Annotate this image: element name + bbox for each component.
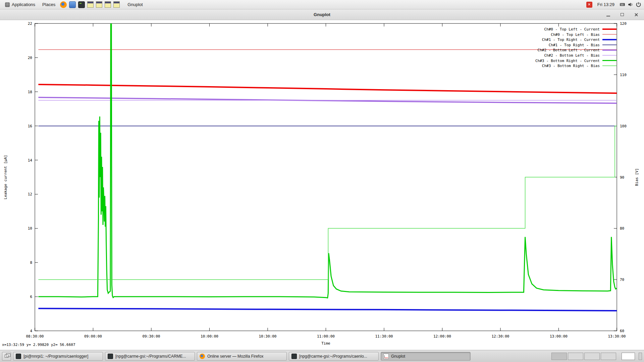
svg-text:11:00:00: 11:00:00 [317,334,335,339]
svg-text:4: 4 [30,329,32,333]
minimize-button[interactable] [604,11,612,18]
gnuplot-icon [383,354,389,359]
svg-text:18: 18 [28,90,32,94]
svg-text:16: 16 [28,124,32,128]
firefox-icon[interactable] [60,1,67,8]
workspace-4[interactable] [601,353,616,360]
svg-text:08:30:00: 08:30:00 [26,334,44,339]
close-button[interactable] [633,11,640,18]
y2-axis-title: Bias [V] [635,168,639,186]
svg-text:09:30:00: 09:30:00 [143,334,160,339]
close-icon [634,13,638,17]
workspace-3[interactable] [584,353,600,360]
clock[interactable]: Fri 13:29 [595,2,617,7]
y-axis-title: Leakage current [µA] [3,155,8,199]
svg-text:14: 14 [28,158,33,163]
legend-entry-label: Ch#0 - Top Left - Current [544,27,600,32]
firefox-icon [200,354,205,359]
svg-text:60: 60 [620,329,624,333]
taskbar-button-terminal-2[interactable]: [npg@carme-gsi:~/Programs/CARME... [105,352,195,361]
svg-text:110: 110 [620,73,627,77]
legend-entry-label: Ch#3 - Bottom Right - Bias [542,64,600,68]
svg-text:80: 80 [620,226,624,231]
places-menu-label: Places [42,2,55,7]
series-ch1-current [38,308,617,311]
maximize-button[interactable] [619,11,626,18]
x-axis-title: Time [321,341,330,346]
series-ch3-bias [38,126,617,280]
minimize-icon [606,16,610,16]
svg-text:120: 120 [620,21,627,26]
workspace-switcher [551,353,616,360]
plot-series [38,20,617,311]
plot-legend: Ch#0 - Top Left - CurrentCh#0 - Top Left… [535,27,616,68]
taskbar: [pi@nnrpi1: ~/Programs/caenlogger] [npg@… [0,350,644,362]
svg-text:12:30:00: 12:30:00 [492,334,509,339]
xterm-icon[interactable] [113,1,120,8]
taskbar-button-label: [npg@carme-gsi:~/Programs/CARME... [115,354,186,359]
xterm-icon[interactable] [96,1,102,8]
files-icon[interactable] [69,1,76,8]
svg-text:10: 10 [28,226,32,231]
restore-windows-button[interactable] [2,352,11,361]
svg-text:70: 70 [620,278,624,282]
desktop: Applications Places Gnuplot ✕ Fri 13:29 [0,0,644,362]
svg-text:09:00:00: 09:00:00 [84,334,102,339]
applications-menu-label: Applications [12,2,35,7]
mouse-position-readout: x=13:32:59 y= 2.99820 y2= 56.6607 [2,343,75,347]
legend-entry-label: Ch#2 - Bottom Left - Current [538,48,600,52]
show-desktop-button[interactable] [622,353,635,360]
keyboard-indicator-icon[interactable] [620,2,625,7]
windows-icon [5,355,8,358]
series-ch0-current [38,84,617,93]
terminal-icon[interactable] [78,1,85,8]
gnuplot-window-titlebar[interactable]: Gnuplot [0,9,644,20]
taskbar-button-label: Gnuplot [391,354,405,359]
series-ch3-current [38,20,617,298]
xterm-icon[interactable] [105,1,111,8]
notification-icon[interactable]: ✕ [586,2,592,8]
svg-text:13:30:00: 13:30:00 [608,334,626,339]
workspace-2[interactable] [568,353,583,360]
svg-text:10:00:00: 10:00:00 [201,334,218,339]
taskbar-button-terminal-3[interactable]: [npg@carme-gsi:~/Programs/caenlo... [289,352,379,361]
svg-text:100: 100 [620,124,627,128]
volume-icon[interactable] [628,2,633,7]
taskbar-button-label: Online server — Mozilla Firefox [207,354,263,359]
applications-icon [5,2,10,7]
terminal-icon [16,354,21,359]
tray-sliver [639,353,642,360]
svg-text:13:00:00: 13:00:00 [550,334,568,339]
taskbar-button-label: [pi@nnrpi1: ~/Programs/caenlogger] [23,354,88,359]
legend-entry-label: Ch#0 - Top Left - Bias [551,33,600,37]
svg-text:6: 6 [30,295,32,299]
applications-menu[interactable]: Applications [3,0,38,9]
taskbar-button-firefox[interactable]: Online server — Mozilla Firefox [197,352,287,361]
active-app-label[interactable]: Gnuplot [127,2,143,7]
taskbar-button-label: [npg@carme-gsi:~/Programs/caenlo... [299,354,367,359]
svg-text:20: 20 [28,56,32,60]
legend-entry-label: Ch#1 - Top Right - Current [542,38,600,42]
gnuplot-chart[interactable]: 08:30:0009:00:0009:30:0010:00:0010:30:00… [0,20,644,350]
legend-entry-label: Ch#2 - Bottom Left - Bias [544,53,600,58]
svg-text:11:30:00: 11:30:00 [375,334,393,339]
terminal-icon [291,354,297,359]
svg-text:12:00:00: 12:00:00 [433,334,451,339]
maximize-icon [621,13,624,16]
svg-text:12: 12 [28,192,32,196]
svg-text:10:30:00: 10:30:00 [259,334,277,339]
terminal-icon [108,354,113,359]
svg-text:8: 8 [30,260,32,265]
legend-entry-label: Ch#1 - Top Right - Bias [549,43,600,47]
gnuplot-canvas: 08:30:0009:00:0009:30:0010:00:0010:30:00… [0,20,644,350]
legend-entry-label: Ch#3 - Bottom Right - Current [535,59,600,63]
taskbar-button-gnuplot[interactable]: Gnuplot [381,352,471,361]
svg-text:90: 90 [620,175,624,180]
xterm-icon[interactable] [87,1,94,8]
workspace-1[interactable] [551,353,567,360]
power-icon[interactable] [636,2,641,7]
places-menu[interactable]: Places [40,0,58,9]
svg-text:22: 22 [28,21,32,26]
window-title: Gnuplot [314,12,330,17]
taskbar-button-terminal-1[interactable]: [pi@nnrpi1: ~/Programs/caenlogger] [13,352,103,361]
